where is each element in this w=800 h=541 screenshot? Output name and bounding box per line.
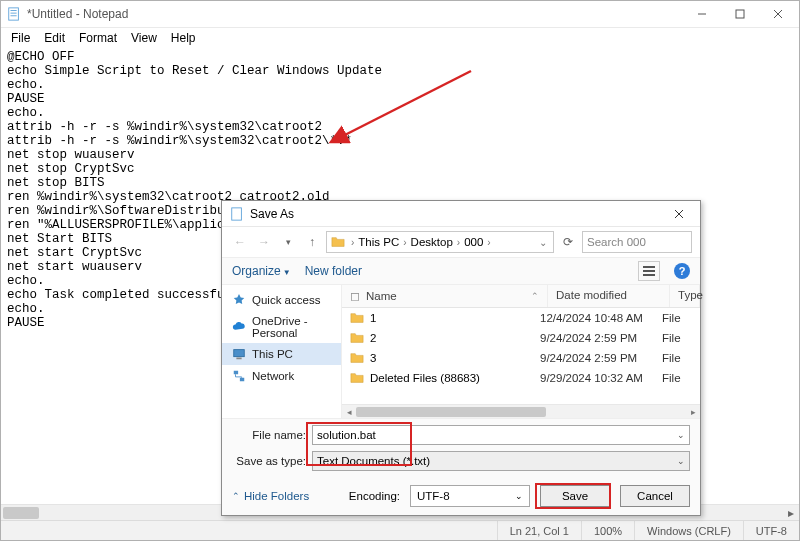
- menu-edit[interactable]: Edit: [38, 29, 71, 47]
- file-list-header: ◻ Name⌃ Date modified Type: [342, 285, 700, 308]
- cloud-icon: [232, 320, 246, 334]
- crumb-0[interactable]: This PC: [358, 236, 399, 248]
- chevron-down-icon[interactable]: ⌄: [677, 430, 685, 440]
- dialog-close-button[interactable]: [660, 202, 698, 226]
- menu-file[interactable]: File: [5, 29, 36, 47]
- scroll-thumb[interactable]: [3, 507, 39, 519]
- save-fields: File name: solution.bat⌄ Save as type: T…: [222, 418, 700, 481]
- svg-rect-5: [736, 10, 744, 18]
- crumb-2[interactable]: 000: [464, 236, 483, 248]
- sidebar-item-label: Quick access: [252, 294, 320, 306]
- chevron-down-icon[interactable]: ⌄: [677, 456, 685, 466]
- sidebar-item-label: OneDrive - Personal: [252, 315, 331, 339]
- dialog-toolbar: Organize▼ New folder ?: [222, 257, 700, 285]
- svg-rect-13: [643, 270, 655, 272]
- window-title: *Untitled - Notepad: [27, 7, 683, 21]
- list-item[interactable]: 3 9/24/2024 2:59 PM File: [342, 348, 700, 368]
- filelist-hscrollbar[interactable]: ◂ ▸: [342, 404, 700, 418]
- crumb-1[interactable]: Desktop: [411, 236, 453, 248]
- cancel-button[interactable]: Cancel: [620, 485, 690, 507]
- svg-rect-18: [240, 378, 244, 382]
- encoding-select[interactable]: UTF-8⌄: [410, 485, 530, 507]
- expand-icon[interactable]: ◻: [342, 285, 358, 307]
- chevron-down-icon: ▼: [283, 268, 291, 277]
- folder-icon: [350, 371, 364, 385]
- svg-rect-17: [234, 371, 238, 375]
- scroll-right-icon[interactable]: ▸: [686, 405, 700, 419]
- minimize-button[interactable]: [683, 1, 721, 27]
- pc-icon: [232, 347, 246, 361]
- file-type: File: [662, 332, 692, 344]
- scroll-thumb[interactable]: [356, 407, 546, 417]
- nav-up-button[interactable]: ↑: [302, 232, 322, 252]
- saveastype-select[interactable]: Text Documents (*.txt)⌄: [312, 451, 690, 471]
- svg-rect-15: [234, 350, 245, 357]
- header-name[interactable]: Name⌃: [358, 285, 548, 307]
- hide-folders-button[interactable]: ⌃Hide Folders: [232, 490, 309, 502]
- window-controls: [683, 1, 797, 27]
- status-zoom: 100%: [581, 521, 634, 540]
- header-type[interactable]: Type: [670, 285, 700, 307]
- view-mode-button[interactable]: [638, 261, 660, 281]
- address-bar: ← → ▾ ↑ › This PC › Desktop › 000 › ⌄ ⟳ …: [222, 227, 700, 257]
- saveastype-label: Save as type:: [232, 455, 312, 467]
- nav-back-button[interactable]: ←: [230, 232, 250, 252]
- nav-recent-button[interactable]: ▾: [278, 232, 298, 252]
- svg-rect-16: [236, 358, 241, 360]
- chevron-down-icon: ⌄: [515, 491, 523, 501]
- breadcrumb[interactable]: › This PC › Desktop › 000 › ⌄: [326, 231, 554, 253]
- list-item[interactable]: 2 9/24/2024 2:59 PM File: [342, 328, 700, 348]
- status-position: Ln 21, Col 1: [497, 521, 581, 540]
- new-folder-button[interactable]: New folder: [305, 264, 362, 278]
- sidebar-item-network[interactable]: Network: [222, 365, 341, 387]
- dialog-button-row: ⌃Hide Folders Encoding: UTF-8⌄ Save Canc…: [222, 481, 700, 515]
- dialog-body: Quick access OneDrive - Personal This PC…: [222, 285, 700, 418]
- file-date: 9/29/2024 10:32 AM: [540, 372, 662, 384]
- file-name: Deleted Files (88683): [370, 372, 480, 384]
- maximize-button[interactable]: [721, 1, 759, 27]
- list-item[interactable]: 1 12/4/2024 10:48 AM File: [342, 308, 700, 328]
- list-item[interactable]: Deleted Files (88683) 9/29/2024 10:32 AM…: [342, 368, 700, 388]
- file-date: 9/24/2024 2:59 PM: [540, 332, 662, 344]
- menu-view[interactable]: View: [125, 29, 163, 47]
- organize-button[interactable]: Organize▼: [232, 264, 291, 278]
- dialog-titlebar: Save As: [222, 201, 700, 227]
- help-button[interactable]: ?: [674, 263, 690, 279]
- notepad-icon: [7, 7, 21, 21]
- notepad-window: *Untitled - Notepad File Edit Format Vie…: [0, 0, 800, 541]
- menu-help[interactable]: Help: [165, 29, 202, 47]
- crumb-dropdown-icon[interactable]: ⌄: [537, 237, 549, 248]
- menubar: File Edit Format View Help: [1, 28, 799, 48]
- file-type: File: [662, 352, 692, 364]
- sidebar-item-onedrive[interactable]: OneDrive - Personal: [222, 311, 341, 343]
- svg-rect-0: [9, 8, 19, 20]
- file-date: 12/4/2024 10:48 AM: [540, 312, 662, 324]
- titlebar: *Untitled - Notepad: [1, 1, 799, 28]
- menu-format[interactable]: Format: [73, 29, 123, 47]
- svg-rect-9: [232, 207, 242, 219]
- refresh-button[interactable]: ⟳: [558, 232, 578, 252]
- close-button[interactable]: [759, 1, 797, 27]
- folder-icon: [350, 331, 364, 345]
- file-type: File: [662, 312, 692, 324]
- sidebar-item-label: This PC: [252, 348, 293, 360]
- file-name: 2: [370, 332, 376, 344]
- header-date[interactable]: Date modified: [548, 285, 670, 307]
- search-placeholder: Search 000: [587, 236, 646, 248]
- scroll-right-icon[interactable]: ▸: [783, 505, 799, 521]
- sidebar-item-this-pc[interactable]: This PC: [222, 343, 341, 365]
- nav-forward-button[interactable]: →: [254, 232, 274, 252]
- star-icon: [232, 293, 246, 307]
- network-icon: [232, 369, 246, 383]
- save-button[interactable]: Save: [540, 485, 610, 507]
- file-name: 3: [370, 352, 376, 364]
- filename-input[interactable]: solution.bat⌄: [312, 425, 690, 445]
- status-encoding: UTF-8: [743, 521, 799, 540]
- dialog-icon: [230, 207, 244, 221]
- file-list: ◻ Name⌃ Date modified Type 1 12/4/2024 1…: [342, 285, 700, 418]
- file-name: 1: [370, 312, 376, 324]
- scroll-left-icon[interactable]: ◂: [342, 405, 356, 419]
- sidebar-item-quick-access[interactable]: Quick access: [222, 289, 341, 311]
- sidebar-item-label: Network: [252, 370, 294, 382]
- search-input[interactable]: Search 000: [582, 231, 692, 253]
